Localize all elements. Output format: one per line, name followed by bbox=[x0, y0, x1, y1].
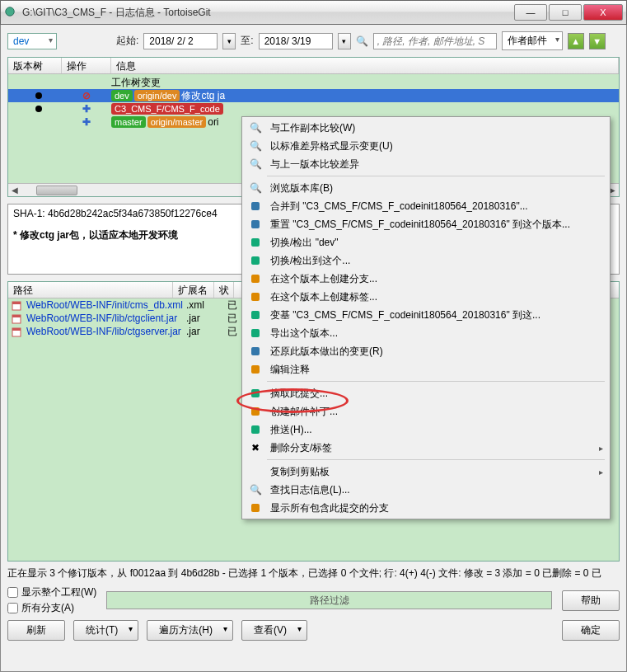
down-button[interactable]: ▼ bbox=[589, 33, 606, 49]
log-row[interactable]: 工作树变更 bbox=[8, 76, 619, 89]
col-tree-header[interactable]: 版本树 bbox=[8, 58, 62, 73]
file-icon bbox=[12, 313, 23, 323]
scroll-left-arrow[interactable]: ◀ bbox=[8, 186, 21, 195]
menu-item[interactable]: 编辑注释 bbox=[244, 360, 608, 378]
export-icon bbox=[247, 327, 264, 340]
scroll-thumb[interactable] bbox=[36, 186, 77, 195]
menu-item[interactable]: 在这个版本上创建标签... bbox=[244, 288, 608, 306]
branch-icon bbox=[247, 501, 264, 515]
plus-icon: ✚ bbox=[82, 116, 91, 128]
from-label: 起始: bbox=[116, 34, 138, 48]
walk-button[interactable]: 遍历方法(H) bbox=[147, 620, 233, 641]
svg-rect-15 bbox=[251, 347, 260, 355]
ref-tag: C3_CMS_F/CMS_F_code bbox=[111, 103, 223, 115]
menu-item[interactable]: 重置 "C3_CMS_F/CMS_F_codeinit180564_201803… bbox=[244, 215, 608, 233]
plus-icon: ✚ bbox=[82, 103, 91, 115]
to-date-dropdown[interactable]: ▾ bbox=[338, 33, 351, 49]
menu-item-label: 合并到 "C3_CMS_F/CMS_F_codeinit180564_20180… bbox=[270, 200, 528, 214]
col-ext-header[interactable]: 扩展名 bbox=[173, 282, 214, 298]
help-button[interactable]: 帮助 bbox=[562, 590, 620, 611]
svg-rect-7 bbox=[251, 202, 260, 210]
menu-item[interactable]: 🔍与上一版本比较差异 bbox=[244, 155, 608, 173]
search-icon[interactable]: 🔍 bbox=[356, 35, 368, 47]
close-button[interactable]: X bbox=[583, 4, 623, 21]
svg-rect-19 bbox=[251, 425, 260, 434]
view-button[interactable]: 查看(V) bbox=[241, 620, 307, 641]
file-ext: .xml bbox=[186, 299, 227, 311]
menu-separator bbox=[267, 459, 605, 460]
author-email-dropdown[interactable]: 作者邮件 bbox=[502, 31, 563, 50]
search-input[interactable] bbox=[373, 33, 497, 49]
file-name: WebRoot/WEB-INF/lib/ctgserver.jar bbox=[26, 326, 186, 337]
window-title: G:\GIT\C3_CMS_F - 日志信息 - TortoiseGit bbox=[22, 6, 514, 20]
titlebar[interactable]: G:\GIT\C3_CMS_F - 日志信息 - TortoiseGit — □… bbox=[0, 0, 627, 25]
log-row[interactable]: ✚C3_CMS_F/CMS_F_code bbox=[8, 102, 619, 115]
menu-item[interactable]: 在这个版本上创建分支... bbox=[244, 270, 608, 288]
to-label: 至: bbox=[241, 34, 253, 48]
menu-item[interactable]: 变基 "C3_CMS_F/CMS_F_codeinit180564_201803… bbox=[244, 306, 608, 324]
ref-tag: master bbox=[111, 116, 146, 128]
branch-selector[interactable]: dev bbox=[7, 33, 57, 49]
from-date-input[interactable] bbox=[143, 33, 218, 49]
switch-icon bbox=[247, 236, 264, 249]
menu-item[interactable]: 切换/检出 "dev" bbox=[244, 233, 608, 251]
menu-item[interactable]: 推送(H)... bbox=[244, 421, 608, 439]
menu-item[interactable]: 🔍查找日志信息(L)... bbox=[244, 481, 608, 499]
file-name: WebRoot/WEB-INF/lib/ctgclient.jar bbox=[26, 313, 186, 324]
svg-rect-6 bbox=[12, 328, 21, 331]
menu-item[interactable]: ✖删除分支/标签 bbox=[244, 439, 608, 457]
menu-item[interactable]: 🔍以标准差异格式显示变更(U) bbox=[244, 137, 608, 155]
menu-item[interactable]: 🔍与工作副本比较(W) bbox=[244, 119, 608, 137]
refresh-button[interactable]: 刷新 bbox=[7, 620, 65, 641]
menu-item[interactable]: 🔍浏览版本库(B) bbox=[244, 179, 608, 197]
menu-item-label: 与工作副本比较(W) bbox=[270, 121, 355, 135]
menu-item[interactable]: 切换/检出到这个... bbox=[244, 251, 608, 270]
maximize-button[interactable]: □ bbox=[549, 4, 582, 21]
file-ext: .jar bbox=[186, 313, 227, 324]
menu-item-label: 以标准差异格式显示变更(U) bbox=[270, 139, 393, 153]
log-header: 版本树 操作 信息 bbox=[8, 58, 619, 74]
menu-item-label: 复制到剪贴板 bbox=[270, 465, 330, 479]
svg-rect-8 bbox=[251, 220, 260, 228]
col-status-header[interactable]: 状 bbox=[214, 282, 234, 298]
menu-separator bbox=[267, 381, 605, 382]
col-op-header[interactable]: 操作 bbox=[62, 58, 111, 73]
log-row[interactable]: ⊘devorigin/dev修改ctg ja bbox=[8, 89, 619, 102]
ok-button[interactable]: 确定 bbox=[562, 620, 620, 641]
svg-rect-16 bbox=[251, 365, 260, 374]
svg-rect-12 bbox=[251, 293, 260, 301]
svg-rect-9 bbox=[251, 238, 260, 247]
minimize-button[interactable]: — bbox=[514, 4, 547, 21]
app-icon bbox=[4, 6, 17, 19]
col-path-header[interactable]: 路径 bbox=[8, 282, 173, 298]
ref-tag: dev bbox=[111, 90, 133, 101]
menu-item-label: 在这个版本上创建标签... bbox=[270, 290, 377, 304]
show-whole-project-checkbox[interactable]: 显示整个工程(W) bbox=[7, 585, 96, 599]
menu-item-label: 查找日志信息(L)... bbox=[270, 483, 350, 497]
menu-item[interactable]: 复制到剪贴板 bbox=[244, 463, 608, 481]
svg-rect-20 bbox=[251, 504, 260, 512]
stats-button[interactable]: 统计(T) bbox=[73, 620, 138, 641]
svg-rect-10 bbox=[251, 256, 260, 265]
menu-item[interactable]: 显示所有包含此提交的分支 bbox=[244, 499, 608, 517]
switch-icon bbox=[247, 254, 264, 267]
menu-separator bbox=[267, 176, 605, 176]
menu-item[interactable]: 摘取此提交... bbox=[244, 384, 608, 402]
rebase-icon bbox=[247, 308, 264, 322]
menu-item[interactable]: 导出这个版本... bbox=[244, 324, 608, 342]
menu-item[interactable]: 还原此版本做出的变更(R) bbox=[244, 342, 608, 360]
to-date-input[interactable] bbox=[259, 33, 333, 49]
path-filter-input[interactable]: 路径过滤 bbox=[106, 591, 552, 609]
all-branches-checkbox[interactable]: 所有分支(A) bbox=[7, 601, 96, 615]
menu-icon: 🔍 bbox=[247, 121, 264, 134]
svg-rect-14 bbox=[251, 329, 260, 337]
menu-item[interactable]: 创建邮件补丁... bbox=[244, 402, 608, 421]
menu-item[interactable]: 合并到 "C3_CMS_F/CMS_F_codeinit180564_20180… bbox=[244, 197, 608, 215]
menu-item-label: 显示所有包含此提交的分支 bbox=[270, 501, 389, 515]
menu-icon: ✖ bbox=[247, 441, 264, 454]
col-msg-header[interactable]: 信息 bbox=[111, 58, 619, 73]
menu-item-label: 编辑注释 bbox=[270, 363, 310, 377]
revert-icon bbox=[247, 345, 264, 358]
from-date-dropdown[interactable]: ▾ bbox=[222, 33, 236, 49]
up-button[interactable]: ▲ bbox=[568, 33, 584, 49]
